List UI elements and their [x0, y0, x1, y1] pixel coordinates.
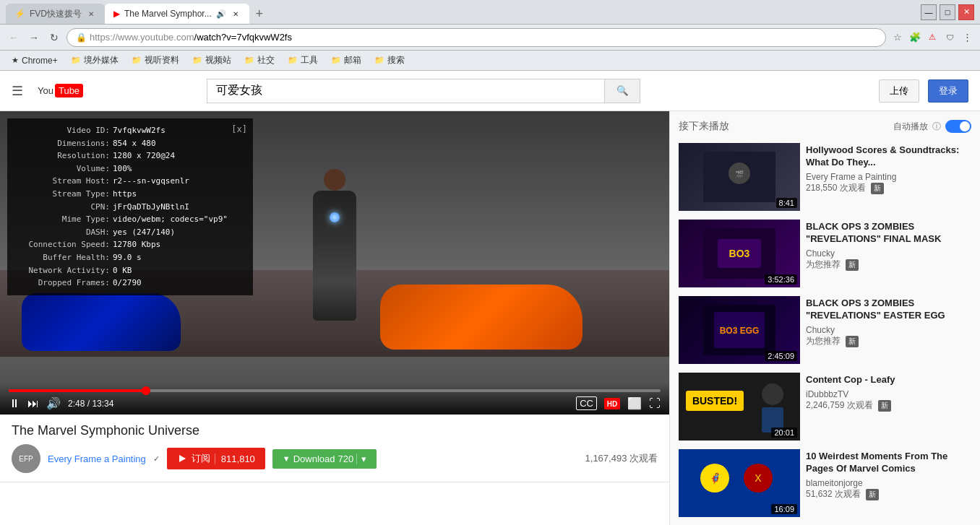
- bookmark-tools[interactable]: 📁 工具: [282, 53, 324, 68]
- bookmark-chrome-plus[interactable]: ★ Chrome+: [6, 54, 64, 67]
- sidebar: 接下来播放 自动播放 ⓘ 🎬 8:41: [669, 111, 980, 525]
- video-controls: ⏸ ⏭ 🔊 2:48 / 13:34 CC HD: [0, 383, 669, 415]
- thumb-duration: 8:41: [776, 198, 797, 208]
- debug-stream-type-label: Stream Type:: [16, 188, 110, 201]
- bookmark-av-label: 视听资料: [145, 54, 179, 66]
- hollywood-thumb-svg: 🎬: [703, 152, 775, 202]
- main-content: [x] Video ID: 7vfqkvwW2fs Dimensions: 85…: [0, 111, 980, 525]
- autoplay-toggle[interactable]: [945, 120, 971, 133]
- bookmark-av[interactable]: 📁 视听资料: [126, 53, 185, 68]
- sidebar-video-item[interactable]: 🎬 8:41 Hollywood Scores & Soundtracks: W…: [676, 139, 974, 215]
- avast-icon[interactable]: ⚠: [925, 30, 940, 45]
- svg-text:HD: HD: [607, 400, 617, 408]
- debug-resolution-value: 1280 x 720@24: [113, 149, 175, 162]
- play-pause-button[interactable]: ⏸: [9, 397, 20, 410]
- bookmark-star-icon[interactable]: ☆: [890, 30, 905, 45]
- download-button[interactable]: ▼ Download 720 ▾: [272, 449, 377, 469]
- hamburger-menu-icon[interactable]: ☰: [12, 83, 23, 99]
- fullscreen-button[interactable]: ⛶: [649, 397, 661, 410]
- debug-close-button[interactable]: [x]: [231, 123, 247, 136]
- signin-button[interactable]: 登录: [928, 79, 968, 103]
- autoplay-row: 自动播放 ⓘ: [893, 120, 971, 133]
- sidebar-video-item[interactable]: BO3 EGG 2:45:09 BLACK OPS 3 ZOMBIES "REV…: [676, 292, 974, 368]
- tab-youtube-favicon: ▶: [113, 9, 120, 19]
- url-display: https://www.youtube.com/watch?v=7vfqkvwW…: [90, 32, 292, 43]
- total-time: 13:34: [92, 399, 113, 409]
- meta-channel: Chucky: [806, 325, 971, 335]
- url-bar[interactable]: 🔒 https://www.youtube.com/watch?v=7vfqkv…: [66, 28, 886, 47]
- channel-avatar: EFP: [12, 444, 40, 473]
- tab-fvd[interactable]: ⚡ FVD快速拨号 ✕: [6, 4, 105, 24]
- youtube-logo[interactable]: YouTube: [38, 84, 83, 97]
- bookmark-social-label: 社交: [257, 54, 275, 66]
- minimize-button[interactable]: —: [921, 4, 937, 20]
- autoplay-info-icon[interactable]: ⓘ: [932, 121, 941, 133]
- time-display: 2:48 / 13:34: [68, 399, 113, 409]
- address-icons: ☆ 🧩 ⚠ 🛡 ⋮: [890, 30, 974, 45]
- bookmark-search[interactable]: 📁 搜索: [369, 53, 411, 68]
- window-controls: — □ ✕: [921, 4, 974, 20]
- sidebar-video-item[interactable]: 🦸 X 16:09 10 Weirdest Moments From The P…: [676, 445, 974, 521]
- search-input[interactable]: [207, 79, 604, 103]
- channel-name[interactable]: Every Frame a Painting: [48, 454, 146, 464]
- channel-row: EFP Every Frame a Painting ✓ 订阅 811,810: [12, 444, 658, 473]
- meta-views: 为您推荐 新: [806, 335, 971, 347]
- bookmark-video-sites[interactable]: 📁 视频站: [186, 53, 237, 68]
- skip-forward-button[interactable]: ⏭: [27, 397, 39, 410]
- video-player[interactable]: [x] Video ID: 7vfqkvwW2fs Dimensions: 85…: [0, 111, 669, 415]
- subscribe-label: 订阅: [192, 452, 210, 465]
- bookmark-search-icon: 📁: [374, 56, 384, 65]
- bookmark-foreign-media[interactable]: 📁 境外媒体: [65, 53, 124, 68]
- video-thumbnail: 🎬 8:41: [679, 143, 800, 211]
- video-meta: Content Cop - Leafy iDubbbzTV 2,246,759 …: [806, 373, 971, 441]
- bookmark-tools-label: 工具: [301, 54, 318, 66]
- subscribe-button[interactable]: 订阅 811,810: [167, 448, 265, 469]
- volume-button[interactable]: 🔊: [46, 396, 61, 410]
- bookmark-social[interactable]: 📁 社交: [238, 53, 280, 68]
- tab-youtube-label: The Marvel Symphor...: [124, 9, 212, 19]
- debug-mime-value: video/webm; codecs="vp9": [113, 213, 228, 226]
- subscribe-play-icon: [177, 454, 187, 464]
- meta-title: BLACK OPS 3 ZOMBIES "REVELATIONS" EASTER…: [806, 298, 971, 322]
- settings-icon[interactable]: ⋮: [960, 30, 974, 45]
- download-arrow-icon: ▼: [283, 454, 291, 463]
- meta-title: 10 Weirdest Moments From The Pages Of Ma…: [806, 451, 971, 475]
- meta-views: 为您推荐 新: [806, 259, 971, 271]
- refresh-button[interactable]: ↻: [46, 30, 62, 45]
- svg-text:X: X: [755, 472, 762, 484]
- video-thumbnail: BUSTED! 20:01: [679, 373, 800, 441]
- debug-dimensions-label: Dimensions:: [16, 137, 110, 150]
- debug-overlay: [x] Video ID: 7vfqkvwW2fs Dimensions: 85…: [7, 118, 253, 295]
- sidebar-next-label: 接下来播放: [679, 120, 729, 133]
- sidebar-video-item[interactable]: BO3 3:52:36 BLACK OPS 3 ZOMBIES "REVELAT…: [676, 215, 974, 292]
- tab-youtube[interactable]: ▶ The Marvel Symphor... 🔊 ✕: [105, 4, 249, 24]
- tab-fvd-label: FVD快速拨号: [30, 8, 82, 20]
- progress-fill: [9, 389, 147, 392]
- cc-button[interactable]: CC: [576, 396, 597, 410]
- close-button[interactable]: ✕: [958, 4, 974, 20]
- maximize-button[interactable]: □: [940, 4, 955, 20]
- new-tab-button[interactable]: +: [249, 4, 270, 24]
- extensions-icon[interactable]: 🧩: [908, 30, 922, 45]
- theater-mode-button[interactable]: ⬜: [627, 396, 642, 410]
- back-button[interactable]: ←: [6, 30, 22, 45]
- download-dropdown-icon[interactable]: ▾: [356, 454, 366, 464]
- meta-views: 2,246,759 次观看 新: [806, 399, 971, 412]
- upload-button[interactable]: 上传: [879, 79, 919, 103]
- bookmark-email[interactable]: 📁 邮箱: [325, 53, 367, 68]
- toggle-knob: [960, 121, 970, 131]
- forward-button[interactable]: →: [26, 30, 42, 45]
- new-badge: 新: [846, 259, 859, 271]
- controls-row: ⏸ ⏭ 🔊 2:48 / 13:34 CC HD: [9, 396, 661, 410]
- hd-button[interactable]: HD: [604, 398, 620, 409]
- adblock-icon[interactable]: 🛡: [942, 30, 957, 45]
- progress-bar[interactable]: [9, 389, 661, 392]
- tab-youtube-close[interactable]: ✕: [231, 9, 241, 19]
- new-badge: 新: [846, 336, 859, 347]
- search-button[interactable]: 🔍: [604, 79, 640, 103]
- bookmark-email-label: 邮箱: [344, 54, 361, 66]
- tab-fvd-close[interactable]: ✕: [86, 9, 96, 19]
- sidebar-video-item[interactable]: BUSTED! 20:01 Content Cop - Leafy iDubbb…: [676, 368, 974, 445]
- debug-dash-label: DASH:: [16, 226, 110, 239]
- new-badge: 新: [871, 183, 884, 194]
